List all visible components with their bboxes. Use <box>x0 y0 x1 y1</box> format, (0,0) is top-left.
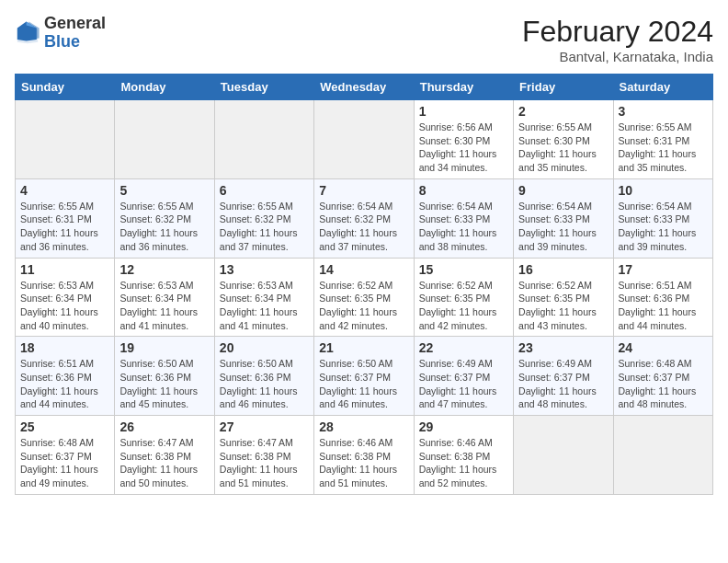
day-info: Sunrise: 6:50 AMSunset: 6:36 PMDaylight:… <box>220 357 309 411</box>
day-info: Sunrise: 6:46 AMSunset: 6:38 PMDaylight:… <box>419 436 508 490</box>
day-info: Sunrise: 6:55 AMSunset: 6:32 PMDaylight:… <box>119 200 209 254</box>
calendar-cell: 13Sunrise: 6:53 AMSunset: 6:34 PMDayligh… <box>214 258 313 337</box>
calendar-cell: 25Sunrise: 6:48 AMSunset: 6:37 PMDayligh… <box>16 416 115 495</box>
calendar-cell: 4Sunrise: 6:55 AMSunset: 6:31 PMDaylight… <box>16 178 115 258</box>
calendar-cell: 17Sunrise: 6:51 AMSunset: 6:36 PMDayligh… <box>613 258 712 337</box>
day-number: 1 <box>419 104 508 119</box>
day-info: Sunrise: 6:47 AMSunset: 6:38 PMDaylight:… <box>220 436 309 490</box>
calendar-cell: 6Sunrise: 6:55 AMSunset: 6:32 PMDaylight… <box>214 178 313 258</box>
calendar-cell: 7Sunrise: 6:54 AMSunset: 6:32 PMDaylight… <box>314 178 414 258</box>
day-number: 12 <box>119 262 209 277</box>
calendar-cell: 27Sunrise: 6:47 AMSunset: 6:38 PMDayligh… <box>214 416 313 495</box>
calendar-table: SundayMondayTuesdayWednesdayThursdayFrid… <box>15 74 713 495</box>
day-number: 27 <box>220 419 309 434</box>
day-info: Sunrise: 6:50 AMSunset: 6:37 PMDaylight:… <box>319 357 408 411</box>
day-number: 17 <box>619 262 708 277</box>
calendar-cell: 9Sunrise: 6:54 AMSunset: 6:33 PMDaylight… <box>514 178 613 258</box>
weekday-header-row: SundayMondayTuesdayWednesdayThursdayFrid… <box>16 75 713 100</box>
day-info: Sunrise: 6:46 AMSunset: 6:38 PMDaylight:… <box>319 436 408 490</box>
day-info: Sunrise: 6:54 AMSunset: 6:33 PMDaylight:… <box>419 200 508 254</box>
calendar-cell <box>613 416 712 495</box>
day-number: 29 <box>419 419 508 434</box>
calendar-cell: 16Sunrise: 6:52 AMSunset: 6:35 PMDayligh… <box>514 258 613 337</box>
day-info: Sunrise: 6:55 AMSunset: 6:30 PMDaylight:… <box>518 121 608 175</box>
title-block: February 2024 Bantval, Karnataka, India <box>522 15 713 64</box>
calendar-cell: 24Sunrise: 6:48 AMSunset: 6:37 PMDayligh… <box>613 337 712 416</box>
calendar-week-2: 4Sunrise: 6:55 AMSunset: 6:31 PMDaylight… <box>16 178 713 258</box>
day-number: 5 <box>119 183 209 198</box>
day-number: 23 <box>518 340 608 355</box>
calendar-cell: 14Sunrise: 6:52 AMSunset: 6:35 PMDayligh… <box>314 258 414 337</box>
day-info: Sunrise: 6:50 AMSunset: 6:36 PMDaylight:… <box>119 357 209 411</box>
day-info: Sunrise: 6:54 AMSunset: 6:32 PMDaylight:… <box>319 200 408 254</box>
day-number: 7 <box>319 183 408 198</box>
weekday-header-sunday: Sunday <box>16 75 115 100</box>
day-info: Sunrise: 6:53 AMSunset: 6:34 PMDaylight:… <box>20 279 109 333</box>
calendar-cell: 2Sunrise: 6:55 AMSunset: 6:30 PMDaylight… <box>514 100 613 179</box>
day-info: Sunrise: 6:51 AMSunset: 6:36 PMDaylight:… <box>619 279 708 333</box>
calendar-cell <box>514 416 613 495</box>
day-number: 8 <box>419 183 508 198</box>
calendar-cell <box>115 100 214 179</box>
calendar-cell: 23Sunrise: 6:49 AMSunset: 6:37 PMDayligh… <box>514 337 613 416</box>
day-number: 16 <box>518 262 608 277</box>
calendar-week-1: 1Sunrise: 6:56 AMSunset: 6:30 PMDaylight… <box>16 100 713 179</box>
calendar-cell: 1Sunrise: 6:56 AMSunset: 6:30 PMDaylight… <box>414 100 513 179</box>
day-info: Sunrise: 6:49 AMSunset: 6:37 PMDaylight:… <box>419 357 508 411</box>
weekday-header-thursday: Thursday <box>414 75 513 100</box>
calendar-cell: 15Sunrise: 6:52 AMSunset: 6:35 PMDayligh… <box>414 258 513 337</box>
calendar-cell: 18Sunrise: 6:51 AMSunset: 6:36 PMDayligh… <box>16 337 115 416</box>
day-number: 22 <box>419 340 508 355</box>
calendar-cell: 21Sunrise: 6:50 AMSunset: 6:37 PMDayligh… <box>314 337 414 416</box>
page-header: General Blue February 2024 Bantval, Karn… <box>15 15 713 64</box>
day-info: Sunrise: 6:52 AMSunset: 6:35 PMDaylight:… <box>319 279 408 333</box>
calendar-week-4: 18Sunrise: 6:51 AMSunset: 6:36 PMDayligh… <box>16 337 713 416</box>
day-number: 2 <box>518 104 608 119</box>
day-number: 28 <box>319 419 408 434</box>
calendar-cell: 3Sunrise: 6:55 AMSunset: 6:31 PMDaylight… <box>613 100 712 179</box>
day-info: Sunrise: 6:55 AMSunset: 6:32 PMDaylight:… <box>220 200 309 254</box>
calendar-cell: 12Sunrise: 6:53 AMSunset: 6:34 PMDayligh… <box>115 258 214 337</box>
day-number: 24 <box>619 340 708 355</box>
day-number: 20 <box>220 340 309 355</box>
day-info: Sunrise: 6:48 AMSunset: 6:37 PMDaylight:… <box>20 436 109 490</box>
calendar-cell: 10Sunrise: 6:54 AMSunset: 6:33 PMDayligh… <box>613 178 712 258</box>
day-info: Sunrise: 6:53 AMSunset: 6:34 PMDaylight:… <box>119 279 209 333</box>
calendar-cell: 22Sunrise: 6:49 AMSunset: 6:37 PMDayligh… <box>414 337 513 416</box>
weekday-header-wednesday: Wednesday <box>314 75 414 100</box>
day-info: Sunrise: 6:53 AMSunset: 6:34 PMDaylight:… <box>220 279 309 333</box>
calendar-cell: 29Sunrise: 6:46 AMSunset: 6:38 PMDayligh… <box>414 416 513 495</box>
day-number: 11 <box>20 262 109 277</box>
calendar-cell: 28Sunrise: 6:46 AMSunset: 6:38 PMDayligh… <box>314 416 414 495</box>
day-number: 4 <box>20 183 109 198</box>
day-info: Sunrise: 6:56 AMSunset: 6:30 PMDaylight:… <box>419 121 508 175</box>
day-number: 26 <box>119 419 209 434</box>
day-info: Sunrise: 6:48 AMSunset: 6:37 PMDaylight:… <box>619 357 708 411</box>
calendar-week-3: 11Sunrise: 6:53 AMSunset: 6:34 PMDayligh… <box>16 258 713 337</box>
calendar-cell: 5Sunrise: 6:55 AMSunset: 6:32 PMDaylight… <box>115 178 214 258</box>
logo: General Blue <box>15 15 106 52</box>
weekday-header-saturday: Saturday <box>613 75 712 100</box>
day-info: Sunrise: 6:54 AMSunset: 6:33 PMDaylight:… <box>619 200 708 254</box>
calendar-cell: 8Sunrise: 6:54 AMSunset: 6:33 PMDaylight… <box>414 178 513 258</box>
day-number: 21 <box>319 340 408 355</box>
day-number: 3 <box>619 104 708 119</box>
weekday-header-friday: Friday <box>514 75 613 100</box>
day-number: 25 <box>20 419 109 434</box>
calendar-cell <box>314 100 414 179</box>
day-number: 6 <box>220 183 309 198</box>
month-year: February 2024 <box>522 15 713 49</box>
day-info: Sunrise: 6:52 AMSunset: 6:35 PMDaylight:… <box>518 279 608 333</box>
day-info: Sunrise: 6:51 AMSunset: 6:36 PMDaylight:… <box>20 357 109 411</box>
calendar-cell <box>214 100 313 179</box>
calendar-week-5: 25Sunrise: 6:48 AMSunset: 6:37 PMDayligh… <box>16 416 713 495</box>
day-info: Sunrise: 6:55 AMSunset: 6:31 PMDaylight:… <box>20 200 109 254</box>
day-number: 19 <box>119 340 209 355</box>
logo-text: General Blue <box>44 15 106 52</box>
day-info: Sunrise: 6:47 AMSunset: 6:38 PMDaylight:… <box>119 436 209 490</box>
location: Bantval, Karnataka, India <box>522 49 713 64</box>
day-info: Sunrise: 6:52 AMSunset: 6:35 PMDaylight:… <box>419 279 508 333</box>
calendar-cell <box>16 100 115 179</box>
weekday-header-monday: Monday <box>115 75 214 100</box>
calendar-cell: 20Sunrise: 6:50 AMSunset: 6:36 PMDayligh… <box>214 337 313 416</box>
